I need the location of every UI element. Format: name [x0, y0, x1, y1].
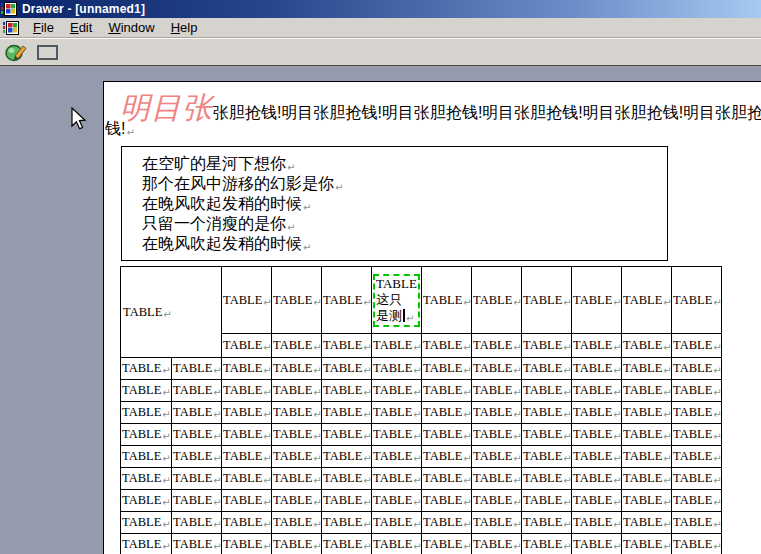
table-cell[interactable]: TABLE↵	[172, 512, 222, 534]
table-cell[interactable]: TABLE↵	[472, 267, 522, 334]
table-cell[interactable]: TABLE↵	[222, 490, 272, 512]
table-cell[interactable]: TABLE↵	[322, 534, 372, 554]
table-cell[interactable]: TABLE↵	[472, 380, 522, 402]
table-cell[interactable]: TABLE↵	[522, 358, 572, 380]
table-cell[interactable]: TABLE↵	[522, 334, 572, 358]
table-cell[interactable]: TABLE↵	[322, 446, 372, 468]
table-cell[interactable]: TABLE↵	[422, 402, 472, 424]
table-cell[interactable]: TABLE↵	[121, 468, 172, 490]
poem-line[interactable]: 在晚风吹起发稍的时候↵	[142, 194, 667, 214]
table-cell[interactable]: TABLE↵	[572, 402, 622, 424]
table-cell[interactable]: TABLE↵	[222, 424, 272, 446]
table-cell[interactable]: TABLE↵	[672, 334, 722, 358]
table-cell[interactable]: TABLE↵	[522, 468, 572, 490]
heading-line-1[interactable]: 明目张张胆抢钱!明目张胆抢钱!明目张胆抢钱!明目张胆抢钱!明目张胆抢钱!明目张胆…	[105, 88, 761, 129]
table-cell[interactable]: TABLE↵	[572, 468, 622, 490]
table-cell[interactable]: TABLE↵	[172, 402, 222, 424]
table-cell[interactable]: TABLE↵	[372, 534, 422, 554]
table-cell[interactable]: TABLE↵	[572, 424, 622, 446]
table-cell[interactable]: TABLE↵	[322, 380, 372, 402]
merged-table-cell[interactable]: TABLE↵	[121, 267, 222, 358]
heading-black-text[interactable]: 张胆抢钱!明目张胆抢钱!明目张胆抢钱!明目张胆抢钱!明目张胆抢钱!明目张胆抢	[213, 104, 761, 121]
table-cell[interactable]: TABLE↵	[622, 402, 672, 424]
table-cell[interactable]: TABLE↵	[222, 334, 272, 358]
selected-table-cell[interactable]: TABLE这只是测↵	[372, 267, 422, 334]
table-cell[interactable]: TABLE↵	[472, 358, 522, 380]
table-cell[interactable]: TABLE↵	[472, 512, 522, 534]
heading-wrap-text[interactable]: 钱!	[105, 120, 125, 137]
table-cell[interactable]: TABLE↵	[472, 424, 522, 446]
table-cell[interactable]: TABLE↵	[672, 424, 722, 446]
menu-file[interactable]: File	[25, 18, 62, 37]
table-cell[interactable]: TABLE↵	[272, 267, 322, 334]
table-cell[interactable]: TABLE↵	[522, 446, 572, 468]
ellipse-draw-tool-button[interactable]	[4, 41, 28, 63]
table-cell[interactable]: TABLE↵	[622, 334, 672, 358]
table-cell[interactable]: TABLE↵	[222, 468, 272, 490]
table-cell[interactable]: TABLE↵	[572, 334, 622, 358]
table-cell[interactable]: TABLE↵	[472, 490, 522, 512]
table-cell[interactable]: TABLE↵	[522, 424, 572, 446]
table-cell[interactable]: TABLE↵	[272, 380, 322, 402]
table-cell[interactable]: TABLE↵	[372, 358, 422, 380]
table-cell[interactable]: TABLE↵	[472, 468, 522, 490]
table-cell[interactable]: TABLE↵	[222, 446, 272, 468]
table-cell[interactable]: TABLE↵	[522, 534, 572, 554]
table-cell[interactable]: TABLE↵	[622, 468, 672, 490]
table-cell[interactable]: TABLE↵	[172, 534, 222, 554]
poem-box[interactable]: 在空旷的星河下想你↵那个在风中游移的幻影是你↵在晚风吹起发稍的时候↵只留一个消瘦…	[121, 146, 668, 261]
document-page[interactable]: 明目张张胆抢钱!明目张胆抢钱!明目张胆抢钱!明目张胆抢钱!明目张胆抢钱!明目张胆…	[103, 81, 761, 554]
table-cell[interactable]: TABLE↵	[172, 468, 222, 490]
menu-help[interactable]: Help	[163, 18, 206, 37]
table-cell[interactable]: TABLE↵	[322, 358, 372, 380]
table-cell[interactable]: TABLE↵	[322, 424, 372, 446]
table-cell[interactable]: TABLE↵	[672, 267, 722, 334]
table-cell[interactable]: TABLE↵	[622, 512, 672, 534]
table-cell[interactable]: TABLE↵	[222, 380, 272, 402]
table-cell[interactable]: TABLE↵	[272, 358, 322, 380]
table-cell[interactable]: TABLE↵	[622, 534, 672, 554]
table-cell[interactable]: TABLE↵	[372, 424, 422, 446]
table-cell[interactable]: TABLE↵	[322, 402, 372, 424]
table-cell[interactable]: TABLE↵	[172, 424, 222, 446]
table-cell[interactable]: TABLE↵	[222, 402, 272, 424]
table-cell[interactable]: TABLE↵	[121, 490, 172, 512]
table-cell[interactable]: TABLE↵	[121, 358, 172, 380]
table-cell[interactable]: TABLE↵	[272, 424, 322, 446]
table-cell[interactable]: TABLE↵	[322, 490, 372, 512]
table-cell[interactable]: TABLE↵	[172, 358, 222, 380]
table-cell[interactable]: TABLE↵	[472, 534, 522, 554]
table-cell[interactable]: TABLE↵	[522, 380, 572, 402]
table-cell[interactable]: TABLE↵	[572, 446, 622, 468]
table-cell[interactable]: TABLE↵	[422, 424, 472, 446]
menu-window[interactable]: Window	[100, 18, 162, 37]
table-cell[interactable]: TABLE↵	[672, 380, 722, 402]
table-cell[interactable]: TABLE↵	[422, 334, 472, 358]
table-cell[interactable]: TABLE↵	[672, 402, 722, 424]
table-cell[interactable]: TABLE↵	[272, 490, 322, 512]
table-cell[interactable]: TABLE↵	[572, 358, 622, 380]
table-cell[interactable]: TABLE↵	[472, 446, 522, 468]
table-cell[interactable]: TABLE↵	[272, 446, 322, 468]
table-cell[interactable]: TABLE↵	[422, 534, 472, 554]
table-cell[interactable]: TABLE↵	[172, 380, 222, 402]
table-cell[interactable]: TABLE↵	[222, 267, 272, 334]
table-cell[interactable]: TABLE↵	[672, 512, 722, 534]
table-cell[interactable]: TABLE↵	[372, 490, 422, 512]
table-cell[interactable]: TABLE↵	[222, 358, 272, 380]
table-cell[interactable]: TABLE↵	[121, 424, 172, 446]
rectangle-draw-tool-button[interactable]	[35, 41, 59, 63]
table-cell[interactable]: TABLE↵	[522, 402, 572, 424]
table-cell[interactable]: TABLE↵	[672, 358, 722, 380]
table-cell[interactable]: TABLE↵	[372, 380, 422, 402]
table-cell[interactable]: TABLE↵	[422, 512, 472, 534]
table-cell[interactable]: TABLE↵	[322, 468, 372, 490]
table-cell[interactable]: TABLE↵	[522, 512, 572, 534]
table-cell[interactable]: TABLE↵	[172, 490, 222, 512]
table-cell[interactable]: TABLE↵	[172, 446, 222, 468]
table-cell[interactable]: TABLE↵	[322, 267, 372, 334]
table-cell[interactable]: TABLE↵	[372, 512, 422, 534]
table-cell[interactable]: TABLE↵	[422, 446, 472, 468]
table-cell[interactable]: TABLE↵	[272, 534, 322, 554]
table-cell[interactable]: TABLE↵	[622, 424, 672, 446]
